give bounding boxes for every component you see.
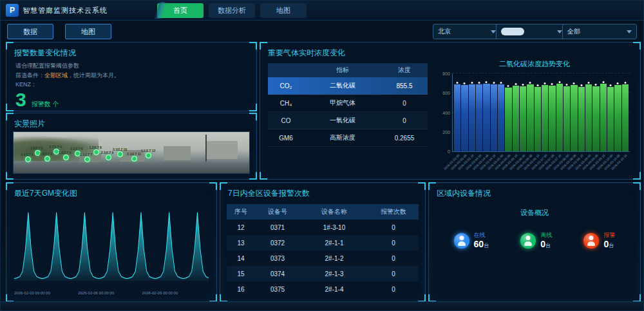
alarm-count: 0 bbox=[368, 270, 419, 278]
row-index: 14 bbox=[227, 255, 255, 262]
device-status-icon-1 bbox=[520, 233, 536, 249]
gas-value: 855.5 bbox=[381, 82, 428, 90]
bars-row: 2026-03-03 002026-03-03 082026-03-03 162… bbox=[453, 73, 630, 151]
table-row[interactable]: 1503742#-1-30 bbox=[227, 266, 419, 281]
gas-table-row[interactable]: CH₄甲烷气体0 bbox=[268, 95, 428, 112]
device-status-subtitle: 设备概况 bbox=[429, 208, 640, 218]
photo-marker-label: 1.2/2.7 8 bbox=[89, 146, 101, 149]
bar-slot: 2026-03-07 00 bbox=[542, 73, 548, 151]
co2-bar bbox=[498, 84, 504, 151]
device-table-body: 1203711#-3-1001303722#-1-101403732#-1-20… bbox=[227, 220, 419, 297]
co2-plot: 02004006008002026-03-03 002026-03-03 082… bbox=[452, 73, 630, 152]
gas-table-row[interactable]: CO一氧化碳0 bbox=[268, 112, 428, 129]
gas-table-row[interactable]: GM6高斯浓度0.2655 bbox=[268, 129, 428, 147]
photo-marker-label: 2.1/2.7 11 bbox=[127, 152, 141, 156]
bar-slot: 2026-03-10 16 bbox=[622, 73, 629, 151]
gas-name: 高斯浓度 bbox=[304, 133, 381, 142]
data-button[interactable]: 数据 bbox=[7, 24, 53, 39]
co2-bar bbox=[600, 84, 607, 151]
co2-bar bbox=[461, 85, 468, 151]
bar-slot: 2026-03-08 16 bbox=[578, 73, 585, 151]
co2-bar bbox=[542, 85, 548, 151]
app-title: 智慧管廊监测技术云系统 bbox=[23, 6, 108, 15]
gas-table: 指标 浓度 CO₂二氧化碳855.5CH₄甲烷气体0CO一氧化碳0GM6高斯浓度… bbox=[268, 63, 428, 147]
gas-code: CO₂ bbox=[268, 82, 304, 90]
device-status-text-2: 报警0台 bbox=[603, 232, 615, 250]
status-badge: 离线 bbox=[540, 232, 552, 239]
co2-bar bbox=[607, 87, 614, 151]
status-badge: 在线 bbox=[474, 232, 489, 239]
photo-marker[interactable]: 2.1/2.7 11 bbox=[131, 156, 137, 162]
device-name: 2#-1-1 bbox=[300, 240, 368, 247]
device-table-title: 7日内全区设备报警次数 bbox=[220, 183, 425, 202]
bar-slot: 2026-03-05 00 bbox=[498, 73, 504, 151]
device-status-icon-0 bbox=[454, 233, 469, 249]
photo-marker[interactable]: 1.1/2.7 5 bbox=[63, 155, 69, 160]
device-status-badge-0: 在线60台 bbox=[454, 232, 489, 250]
gas-panel-title: 重要气体实时浓度变化 bbox=[260, 42, 640, 61]
photo-marker[interactable]: 3.1/2.7 1 bbox=[25, 156, 31, 162]
gas-name: 甲烷气体 bbox=[304, 99, 381, 108]
region-select[interactable]: 北京 bbox=[433, 24, 501, 39]
bar-slot: 2026-03-10 00 bbox=[607, 73, 614, 151]
photo-marker[interactable]: 1.1/2.7 12 bbox=[146, 153, 151, 158]
gm-x-label-0: 2026-02-03 00:00:00 bbox=[14, 291, 50, 295]
dashboard: P 智慧管廊监测技术云系统 首页数据分析地图 数据 地图 北京 全部 报警数量变… bbox=[0, 0, 644, 311]
bar-slot: 2026-03-08 08 bbox=[571, 73, 577, 151]
gas-value: 0.2655 bbox=[381, 135, 428, 142]
table-row[interactable]: 1303722#-1-10 bbox=[227, 235, 419, 250]
device-name: 2#-1-2 bbox=[300, 255, 368, 262]
co2-bar bbox=[549, 86, 555, 151]
gm-x-axis: 2026-02-03 00:00:002026-02-06 00:00:0020… bbox=[14, 291, 178, 295]
bar-slot: 2026-03-06 00 bbox=[520, 73, 526, 151]
gas-table-row[interactable]: CO₂二氧化碳855.5 bbox=[268, 77, 428, 95]
bar-slot: 2026-03-09 00 bbox=[585, 73, 592, 151]
co2-bar bbox=[527, 84, 533, 151]
bar-slot: 2026-03-03 00 bbox=[454, 73, 460, 151]
y-tick-label: 0 bbox=[448, 149, 450, 154]
bar-slot: 2026-03-07 08 bbox=[549, 73, 555, 151]
photo-marker[interactable]: 3.1/2.7 10 bbox=[117, 151, 123, 157]
device-col-header-2: 设备名称 bbox=[300, 207, 368, 216]
photo-marker[interactable]: 2.1/2.7 9 bbox=[106, 155, 111, 160]
main-tabs: 首页数据分析地图 bbox=[157, 3, 307, 18]
table-row[interactable]: 1403732#-1-20 bbox=[227, 250, 419, 266]
photo-panel-title: 实景照片 bbox=[6, 113, 256, 132]
y-tick-label: 800 bbox=[442, 71, 450, 76]
device-status-badge-1: 离线0台 bbox=[520, 232, 552, 250]
bar-slot: 2026-03-03 16 bbox=[469, 73, 475, 151]
co2-bar bbox=[578, 87, 585, 151]
device-select[interactable]: 全部 bbox=[562, 24, 637, 39]
device-name: 2#-1-3 bbox=[300, 270, 368, 278]
photo-canvas: 3.1/2.7 11.2/2.7 22.1/2.7 32.7/2.7 41.1/… bbox=[13, 131, 250, 174]
alarm-count: 0 bbox=[368, 240, 419, 247]
range-select[interactable] bbox=[496, 24, 567, 39]
row-index: 12 bbox=[227, 224, 255, 231]
device-status-icon-2 bbox=[583, 233, 599, 249]
tab-2[interactable]: 地图 bbox=[260, 3, 307, 18]
photo-marker[interactable]: 2.1/2.7 3 bbox=[44, 156, 50, 162]
map-button[interactable]: 地图 bbox=[65, 24, 111, 39]
status-value: 0台 bbox=[540, 239, 552, 250]
photo-marker[interactable]: 1.2/2.7 8 bbox=[93, 149, 99, 155]
bar-slot: 2026-03-08 00 bbox=[564, 73, 570, 151]
alarm-desc-line2: KENZ： bbox=[6, 80, 256, 90]
co2-bar bbox=[483, 84, 489, 151]
co2-bar bbox=[535, 87, 541, 151]
table-row[interactable]: 1603752#-1-40 bbox=[227, 281, 419, 297]
gas-table-body: CO₂二氧化碳855.5CH₄甲烷气体0CO一氧化碳0GM6高斯浓度0.2655 bbox=[268, 77, 428, 147]
gas-panel: 重要气体实时浓度变化 指标 浓度 CO₂二氧化碳855.5CH₄甲烷气体0CO一… bbox=[260, 42, 641, 180]
photo-marker-label: 3.1/2.7 7 bbox=[80, 153, 92, 156]
gas-value: 0 bbox=[381, 117, 428, 124]
chevron-down-icon bbox=[557, 30, 562, 33]
gas-header-value: 浓度 bbox=[381, 66, 428, 75]
device-status-text-0: 在线60台 bbox=[474, 232, 489, 250]
alarm-count: 3 bbox=[15, 90, 26, 110]
device-table-header: 序号设备号设备名称报警次数 bbox=[227, 204, 419, 220]
tab-1[interactable]: 数据分析 bbox=[209, 3, 255, 18]
tab-0[interactable]: 首页 bbox=[157, 3, 204, 18]
table-row[interactable]: 1203711#-3-100 bbox=[227, 220, 419, 235]
photo-marker[interactable]: 3.1/2.7 7 bbox=[84, 156, 90, 162]
device-table: 序号设备号设备名称报警次数 1203711#-3-1001303722#-1-1… bbox=[227, 204, 419, 297]
region-select-value: 北京 bbox=[438, 27, 451, 36]
